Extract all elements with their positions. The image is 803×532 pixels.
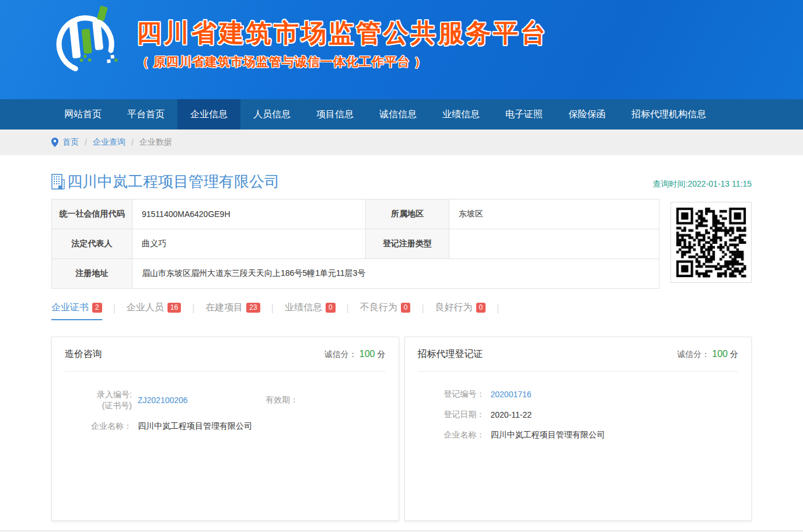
count-badge: 2 <box>92 303 102 313</box>
count-badge: 23 <box>246 303 260 313</box>
nav-item-site-home[interactable]: 网站首页 <box>51 99 114 130</box>
credit-score-unit: 分 <box>378 349 386 359</box>
tab-good-behavior[interactable]: 良好行为 0 <box>435 302 486 320</box>
breadcrumb-bar: 首页 / 企业查询 / 企业数据 <box>0 130 803 155</box>
credit-code-value: 91511400MA6420GE9H <box>132 200 366 229</box>
tab-enterprise-personnel[interactable]: 企业人员 16 <box>127 302 181 320</box>
breadcrumb-separator: / <box>131 138 134 147</box>
credit-score-value: 100 <box>712 349 728 359</box>
registration-no-label: 登记编号： <box>418 389 485 400</box>
nav-item-enterprise-info[interactable]: 企业信息 <box>177 99 240 130</box>
company-name-label: 企业名称： <box>65 421 132 432</box>
tab-separator: | <box>347 303 349 319</box>
company-name-title: 四川中岚工程项目管理有限公司 <box>51 172 280 192</box>
nav-item-performance-info[interactable]: 业绩信息 <box>430 99 493 130</box>
company-name-value: 四川中岚工程项目管理有限公司 <box>491 430 605 440</box>
tab-label: 良好行为 <box>435 302 473 314</box>
tab-label: 在建项目 <box>205 302 243 314</box>
detail-tabs: 企业证书 2 | 企业人员 16 | 在建项目 23 | 业绩信息 0 | 不良… <box>51 302 752 320</box>
site-subtitle: （ 原四川省建筑市场监管与诚信一体化工作平台 ） <box>137 54 548 70</box>
tab-label: 业绩信息 <box>285 302 322 314</box>
entry-no-label: 录入编号: (证书号) <box>65 389 132 411</box>
validity-label: 有效期： <box>231 395 298 405</box>
breadcrumb-separator: / <box>85 138 87 147</box>
legal-representative-label: 法定代表人 <box>52 229 132 259</box>
nav-item-credit-info[interactable]: 诚信信息 <box>366 99 430 130</box>
building-icon <box>51 174 65 190</box>
tab-bad-behavior[interactable]: 不良行为 0 <box>360 302 411 320</box>
tab-separator: | <box>271 303 274 319</box>
region-label: 所属地区 <box>366 200 449 229</box>
credit-score: 诚信分：100分 <box>677 349 738 360</box>
count-badge: 0 <box>326 303 336 313</box>
nav-item-insurance-guarantee[interactable]: 保险保函 <box>556 99 619 130</box>
company-info-table: 统一社会信用代码 91511400MA6420GE9H 所属地区 东坡区 法定代… <box>51 199 659 289</box>
credit-score-unit: 分 <box>730 349 738 359</box>
tab-performance-info[interactable]: 业绩信息 0 <box>285 302 336 320</box>
company-name: 四川中岚工程项目管理有限公司 <box>67 172 280 192</box>
count-badge: 16 <box>167 303 181 313</box>
company-name-label: 企业名称： <box>418 430 485 440</box>
credit-code-label: 统一社会信用代码 <box>52 200 132 229</box>
nav-item-personnel-info[interactable]: 人员信息 <box>240 99 303 130</box>
region-value: 东坡区 <box>449 200 659 229</box>
tab-label: 不良行为 <box>360 302 397 314</box>
breadcrumb-enterprise-data: 企业数据 <box>139 137 172 148</box>
company-name-value: 四川中岚工程项目管理有限公司 <box>138 421 252 432</box>
registered-address-value: 眉山市东坡区眉州大道东三段天天向上186号5幢1单元11层3号 <box>132 259 659 289</box>
location-pin-icon <box>51 138 58 147</box>
nav-item-project-info[interactable]: 项目信息 <box>303 99 366 130</box>
breadcrumb-home[interactable]: 首页 <box>62 137 79 148</box>
card-title: 招标代理登记证 <box>418 348 483 360</box>
card-bidding-agency-registration: 招标代理登记证 诚信分：100分 登记编号： 202001716 登记日期： 2… <box>404 337 752 521</box>
site-header: 四川省建筑市场监管公共服务平台 （ 原四川省建筑市场监管与诚信一体化工作平台 ） <box>0 0 803 99</box>
credit-score: 诚信分：100分 <box>324 349 386 360</box>
tab-separator: | <box>421 303 424 319</box>
tab-separator: | <box>113 303 116 319</box>
tab-projects-under-construction[interactable]: 在建项目 23 <box>205 302 260 320</box>
card-cost-consulting: 造价咨询 诚信分：100分 录入编号: (证书号) ZJ202100206 有效… <box>51 337 399 521</box>
registration-date-value: 2020-11-22 <box>491 410 532 419</box>
credit-score-label: 诚信分： <box>677 349 710 359</box>
registered-address-label: 注册地址 <box>52 259 132 289</box>
card-title: 造价咨询 <box>65 348 102 360</box>
site-title: 四川省建筑市场监管公共服务平台 <box>137 16 548 50</box>
platform-logo-icon <box>51 5 121 80</box>
nav-item-e-certificate[interactable]: 电子证照 <box>493 99 556 130</box>
qr-code <box>671 202 752 283</box>
entry-no-link[interactable]: ZJ202100206 <box>138 396 231 405</box>
query-time: 查询时间:2022-01-13 11:15 <box>653 179 752 192</box>
table-row: 注册地址 眉山市东坡区眉州大道东三段天天向上186号5幢1单元11层3号 <box>52 259 659 289</box>
table-row: 统一社会信用代码 91511400MA6420GE9H 所属地区 东坡区 <box>52 200 659 229</box>
breadcrumb-enterprise-search[interactable]: 企业查询 <box>93 137 125 148</box>
tab-separator: | <box>497 303 499 319</box>
tab-label: 企业证书 <box>51 302 89 314</box>
count-badge: 0 <box>401 303 411 313</box>
main-nav: 网站首页 平台首页 企业信息 人员信息 项目信息 诚信信息 业绩信息 电子证照 … <box>0 99 803 130</box>
credit-score-value: 100 <box>359 349 375 359</box>
registration-type-label: 登记注册类型 <box>366 229 449 259</box>
nav-item-bidding-agency-info[interactable]: 招标代理机构信息 <box>619 99 719 130</box>
tab-separator: | <box>192 303 194 319</box>
registration-no-link[interactable]: 202001716 <box>491 390 532 399</box>
registration-type-value <box>449 229 659 259</box>
table-row: 法定代表人 曲义巧 登记注册类型 <box>52 229 659 259</box>
nav-item-platform-home[interactable]: 平台首页 <box>114 99 177 130</box>
registration-date-label: 登记日期： <box>418 410 485 420</box>
breadcrumb: 首页 / 企业查询 / 企业数据 <box>51 130 752 155</box>
count-badge: 0 <box>476 303 486 313</box>
credit-score-label: 诚信分： <box>324 349 357 359</box>
tab-enterprise-certificates[interactable]: 企业证书 2 <box>51 302 102 320</box>
legal-representative-value: 曲义巧 <box>132 229 366 259</box>
tab-label: 企业人员 <box>127 302 164 314</box>
